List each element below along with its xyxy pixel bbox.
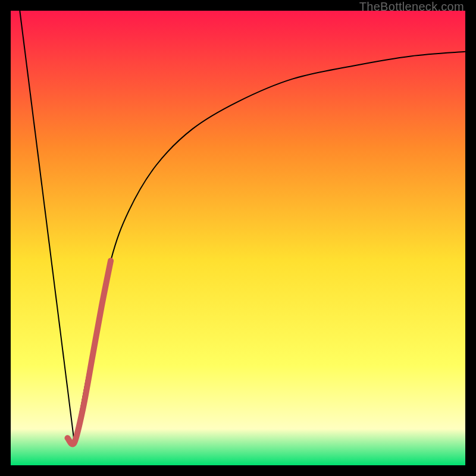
right-curve-line xyxy=(74,52,465,443)
watermark-text: TheBottleneck.com xyxy=(359,0,464,14)
left-descent-line xyxy=(20,11,74,443)
optimal-mark-line xyxy=(68,261,111,444)
plot-area xyxy=(11,11,465,465)
chart-curves xyxy=(11,11,465,465)
